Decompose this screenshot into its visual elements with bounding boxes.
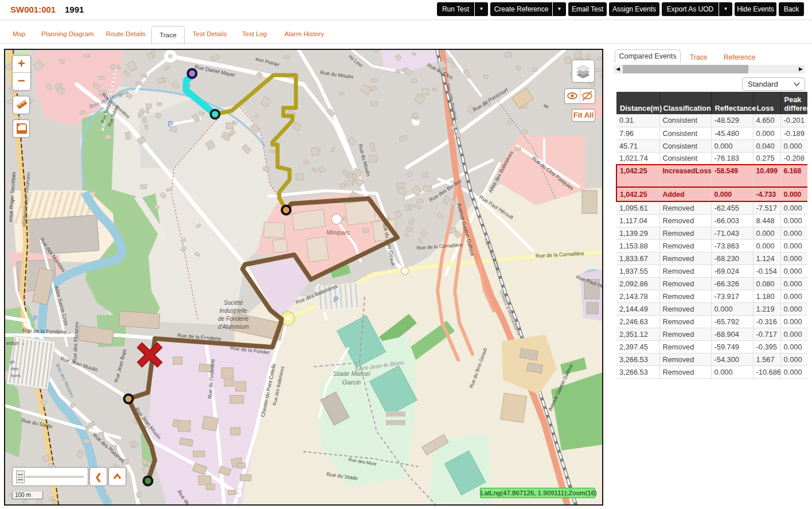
svg-text:des: des	[11, 366, 18, 371]
svg-text:erdun →: erdun →	[6, 340, 25, 346]
svg-text:d'Aluminium: d'Aluminium	[218, 324, 249, 330]
svg-text:Société: Société	[224, 300, 243, 306]
svg-text:Stade Marcel: Stade Marcel	[333, 370, 370, 377]
svg-text:Garcin: Garcin	[342, 379, 361, 386]
svg-text:Miniparc: Miniparc	[326, 229, 350, 236]
svg-text:P: P	[167, 119, 173, 129]
svg-text:gh: gh	[10, 359, 15, 364]
svg-text:de Fonderie: de Fonderie	[218, 316, 249, 322]
svg-text:P: P	[333, 295, 338, 304]
svg-text:tions: tions	[11, 373, 21, 378]
svg-text:Industrielle: Industrielle	[220, 308, 248, 314]
svg-text:P: P	[33, 314, 37, 323]
